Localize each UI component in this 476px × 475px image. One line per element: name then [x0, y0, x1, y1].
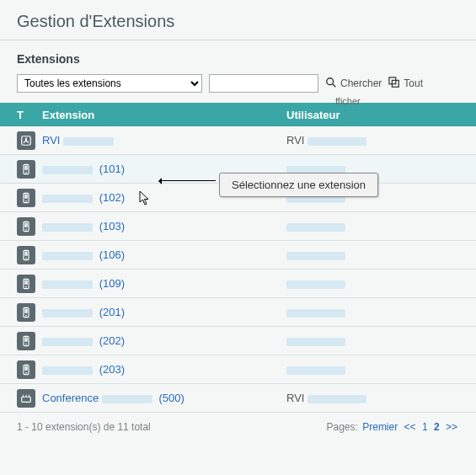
blurred-text — [42, 195, 93, 203]
phone-icon — [17, 360, 35, 379]
user-cell — [286, 248, 459, 261]
phone-icon — [17, 275, 35, 293]
user-cell — [286, 220, 459, 232]
svg-rect-28 — [24, 366, 28, 370]
extension-link[interactable]: (106) — [42, 248, 125, 261]
svg-line-1 — [333, 83, 336, 87]
table-row[interactable]: (109) — [0, 270, 476, 298]
extension-link[interactable]: (109) — [42, 277, 125, 290]
user-cell — [286, 334, 459, 347]
svg-point-8 — [25, 171, 27, 173]
extension-link[interactable]: (203) — [42, 363, 125, 376]
search-input[interactable] — [209, 74, 318, 93]
pages-label: Pages: — [327, 421, 358, 433]
blurred-text — [42, 166, 93, 174]
blurred-text — [286, 338, 345, 346]
afficher-label: fficher — [335, 96, 361, 106]
svg-rect-22 — [24, 308, 28, 312]
phone-icon — [17, 246, 35, 264]
page-first[interactable]: Premier — [362, 421, 398, 433]
table-footer: 1 - 10 extension(s) de 11 total Pages: P… — [0, 413, 476, 441]
user-label: RVI — [286, 392, 304, 404]
search-button[interactable]: Chercher — [325, 77, 382, 91]
row-count: 1 - 10 extension(s) de 11 total — [17, 421, 151, 433]
col-user[interactable]: Utilisateur — [286, 109, 459, 121]
extension-link[interactable]: (201) — [42, 306, 125, 318]
blurred-text — [308, 395, 366, 403]
user-cell — [286, 363, 459, 376]
table-row[interactable]: (201) — [0, 298, 476, 327]
extension-link[interactable]: (101) — [42, 163, 125, 175]
extension-label: Conference — [42, 392, 99, 404]
blurred-text — [308, 137, 366, 146]
svg-rect-30 — [22, 397, 31, 402]
select-all-icon — [388, 77, 400, 91]
svg-rect-5 — [25, 137, 27, 141]
blurred-text — [42, 280, 93, 289]
ivr-icon — [17, 131, 35, 150]
show-all-button[interactable]: Tout — [388, 77, 423, 91]
extension-number: (106) — [99, 248, 125, 261]
extension-link[interactable]: (202) — [42, 334, 125, 347]
extensions-table: T Extension Utilisateur RVI RVI (101) (1… — [0, 103, 476, 413]
table-row[interactable]: (103) — [0, 212, 476, 241]
hint-tooltip: Sélectionnez une extension — [219, 173, 378, 197]
page-title: Gestion d'Extensions — [0, 0, 476, 40]
phone-icon — [17, 303, 35, 322]
svg-rect-19 — [24, 280, 28, 284]
extension-link[interactable]: (103) — [42, 220, 125, 232]
svg-rect-13 — [24, 222, 28, 227]
extension-label: RVI — [42, 134, 60, 147]
table-row[interactable]: (202) — [0, 327, 476, 355]
extension-number: (102) — [99, 191, 125, 204]
search-icon — [325, 77, 337, 91]
svg-rect-16 — [24, 251, 28, 255]
blurred-text — [102, 395, 152, 403]
table-row[interactable]: (106) — [0, 241, 476, 270]
user-cell: RVI — [286, 134, 459, 147]
user-cell: RVI — [286, 392, 459, 404]
svg-point-17 — [25, 257, 27, 259]
extension-link[interactable]: RVI — [42, 134, 117, 147]
blurred-text — [42, 309, 93, 318]
filter-select[interactable]: Toutes les extensions — [17, 74, 202, 93]
blurred-text — [63, 137, 114, 146]
user-label: RVI — [286, 134, 304, 147]
extension-number: (201) — [99, 306, 125, 318]
blurred-text — [286, 280, 345, 289]
page-next[interactable]: >> — [446, 421, 457, 433]
col-type[interactable]: T — [17, 109, 42, 121]
col-extension[interactable]: Extension — [42, 109, 286, 121]
phone-icon — [17, 160, 35, 179]
table-header: T Extension Utilisateur — [0, 103, 476, 126]
cursor-icon — [139, 190, 151, 205]
svg-point-0 — [327, 77, 334, 84]
hint-arrow — [160, 180, 216, 181]
table-row[interactable]: Conference (500)RVI — [0, 384, 476, 413]
user-cell — [286, 277, 459, 290]
blurred-text — [286, 223, 345, 232]
phone-icon — [17, 332, 35, 350]
svg-point-23 — [25, 314, 27, 316]
svg-point-14 — [25, 228, 27, 230]
blurred-text — [286, 309, 345, 318]
page-1[interactable]: 1 — [422, 421, 428, 433]
page-2[interactable]: 2 — [434, 421, 440, 433]
page-prev[interactable]: << — [404, 421, 416, 433]
extension-number: (203) — [99, 363, 125, 376]
table-row[interactable]: (203) — [0, 355, 476, 384]
extension-number: (109) — [99, 277, 125, 290]
extension-link[interactable]: (102) — [42, 191, 125, 204]
blurred-text — [42, 252, 93, 260]
blurred-text — [42, 366, 93, 375]
blurred-text — [42, 338, 93, 346]
svg-point-11 — [25, 200, 27, 201]
table-row[interactable]: RVI RVI — [0, 126, 476, 155]
svg-point-29 — [25, 371, 27, 373]
extension-link[interactable]: Conference (500) — [42, 392, 185, 404]
svg-rect-7 — [24, 165, 28, 169]
blurred-text — [286, 366, 345, 375]
extension-number: (103) — [99, 220, 125, 232]
user-cell — [286, 306, 459, 318]
phone-icon — [17, 189, 35, 207]
